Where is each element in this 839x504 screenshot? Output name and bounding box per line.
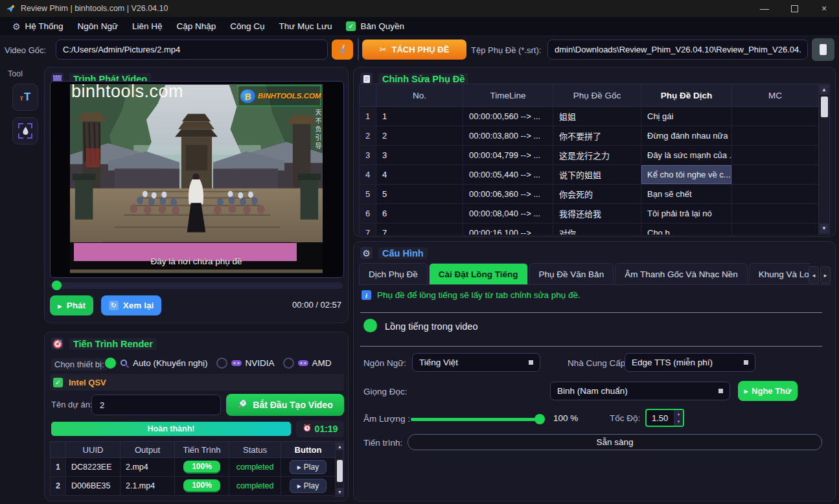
cell-translated[interactable]: Chị gái [641, 107, 732, 126]
intel-qsv-checkbox[interactable]: ✓ [53, 378, 63, 387]
cell-no[interactable]: 5 [376, 185, 463, 203]
scrollbar-thumb[interactable] [821, 97, 828, 117]
speed-spinbox[interactable]: 1.50 ▲ ▼ [645, 409, 684, 427]
tab-scroll-left-icon[interactable]: ◂ [809, 266, 819, 284]
cell-mc[interactable] [732, 204, 819, 223]
cell-translated[interactable]: Đây là sức mạnh của ... [641, 146, 732, 165]
cell-no[interactable]: 7 [376, 223, 463, 235]
cell-source[interactable]: 对你 [553, 223, 641, 235]
tab-am-thanh-goc-va-nhac-nen[interactable]: Âm Thanh Gốc Và Nhạc Nền [615, 263, 748, 284]
cell-timeline[interactable]: 00:00:03,800 --> ... [463, 126, 553, 145]
device-option-amd[interactable]: AMD [283, 358, 332, 369]
scroll-up-icon[interactable]: ▲ [336, 442, 343, 450]
subtitle-row[interactable]: 7700:00:16,100 --> ...对你Cho b... [359, 223, 830, 235]
render-row[interactable]: 1DC8223EE2.mp4100%completed▸Play [50, 458, 344, 477]
maximize-button[interactable] [779, 0, 809, 17]
cell-translated[interactable]: Kể cho tôi nghe về c... [641, 165, 732, 184]
scroll-down-icon[interactable]: ▼ [820, 223, 829, 233]
row-play-button[interactable]: ▸Play [290, 479, 327, 493]
radio-amd[interactable] [283, 358, 294, 369]
cell-mc[interactable] [732, 146, 819, 165]
cell-mc[interactable] [732, 165, 819, 184]
menu-item-lien-he[interactable]: Liên Hệ [125, 17, 170, 36]
spin-up-icon[interactable]: ▲ [674, 410, 683, 418]
seekbar[interactable] [50, 282, 343, 289]
cell-timeline[interactable]: 00:00:04,799 --> ... [463, 146, 553, 165]
seekbar-handle[interactable] [52, 281, 62, 290]
voice-select[interactable]: Binh (Nam chuẩn) [550, 382, 730, 400]
clear-video-button[interactable] [332, 40, 353, 60]
watermark-tool-button[interactable] [12, 117, 38, 144]
subtitle-row[interactable]: 1100:00:00,560 --> ...姐姐Chị gái [359, 107, 830, 126]
subtitle-row[interactable]: 4400:00:05,440 --> ...说下的姐姐Kể cho tôi ng… [359, 165, 830, 185]
render-table-scrollbar[interactable]: ▲ ▼ [335, 441, 344, 497]
provider-select[interactable]: Edge TTS (miễn phí) [625, 353, 755, 372]
radio-nvidia[interactable] [216, 358, 227, 369]
scrollbar-thumb[interactable] [337, 460, 343, 482]
cell-mc[interactable] [732, 185, 819, 203]
radio-auto[interactable] [105, 358, 116, 369]
scroll-up-icon[interactable]: ▲ [820, 85, 829, 95]
cell-source[interactable]: 你不要拼了 [553, 126, 641, 145]
cell-translated[interactable]: Cho b... [641, 223, 732, 235]
intel-qsv-option[interactable]: ✓ Intel QSV [50, 374, 344, 391]
start-render-button[interactable]: Bắt Đầu Tạo Video [226, 394, 344, 416]
menu-item-ban-quyen[interactable]: ✓Bản Quyền [339, 17, 411, 36]
video-viewport[interactable]: Đây là nơi chứa phụ đề binhtools.com B B… [50, 81, 344, 278]
menu-item-cong-cu[interactable]: Công Cụ [223, 17, 271, 36]
voice-preview-button[interactable]: ▸ Nghe Thử [738, 381, 798, 401]
subtitle-row[interactable]: 2200:00:03,800 --> ...你不要拼了Đừng đánh nha… [359, 126, 830, 146]
video-source-input[interactable] [56, 40, 328, 60]
tab-scroll-right-icon[interactable]: ▸ [820, 266, 831, 284]
subtitle-table-scrollbar[interactable]: ▲ ▼ [818, 84, 830, 235]
tab-dich-phu-de[interactable]: Dịch Phụ Đề [359, 263, 428, 284]
cell-no[interactable]: 2 [376, 126, 463, 145]
spin-down-icon[interactable]: ▼ [674, 418, 683, 426]
cell-timeline[interactable]: 00:00:00,560 --> ... [463, 107, 553, 126]
cell-source[interactable]: 这是龙行之力 [553, 146, 641, 165]
cell-no[interactable]: 6 [376, 204, 463, 223]
cell-translated[interactable]: Đừng đánh nhau nữa [641, 126, 732, 145]
cell-no[interactable]: 1 [376, 107, 463, 126]
extract-subtitle-button[interactable]: ✂ TÁCH PHỤ ĐỀ [362, 40, 466, 60]
cell-timeline[interactable]: 00:00:06,360 --> ... [463, 185, 553, 203]
menu-item-he-thong[interactable]: ⚙Hệ Thống [5, 17, 71, 36]
cell-mc[interactable] [732, 223, 819, 235]
cell-timeline[interactable]: 00:00:08,040 --> ... [463, 204, 553, 223]
cell-no[interactable]: 3 [376, 146, 463, 165]
row-play-button[interactable]: ▸Play [290, 460, 327, 474]
logo-watermark[interactable]: B BINHTOOLS.COM [238, 86, 321, 106]
tab-khung-va-logo[interactable]: Khung Và Logo [749, 263, 810, 284]
project-name-input[interactable] [91, 395, 221, 415]
tab-cai-dat-long-tieng[interactable]: Cài Đặt Lồng Tiếng [429, 263, 528, 284]
cell-no[interactable]: 4 [376, 165, 463, 184]
cell-source[interactable]: 我得还给我 [553, 204, 641, 223]
cell-source[interactable]: 说下的姐姐 [553, 165, 641, 184]
subtitle-row[interactable]: 6600:00:08,040 --> ...我得还给我Tôi phải trả … [359, 204, 830, 223]
menu-item-cap-nhap[interactable]: Cập Nhập [169, 17, 223, 36]
cell-source[interactable]: 你会死的 [553, 185, 641, 203]
srt-file-input[interactable] [547, 40, 808, 60]
text-tool-button[interactable]: тT [12, 84, 38, 111]
close-button[interactable]: × [809, 0, 839, 17]
menu-item-thu-muc-luu[interactable]: Thư Mục Lưu [272, 17, 339, 36]
volume-slider-handle[interactable] [534, 414, 545, 424]
open-srt-button[interactable] [812, 38, 834, 61]
play-button[interactable]: ▸ Phát [50, 295, 93, 315]
cell-source[interactable]: 姐姐 [553, 107, 641, 126]
device-option-auto[interactable]: Auto (Khuyến nghị) [105, 358, 208, 369]
replay-button[interactable]: ↻ Xem lại [101, 295, 161, 315]
cell-mc[interactable] [732, 107, 819, 126]
subtitle-row[interactable]: 3300:00:04,799 --> ...这是龙行之力Đây là sức m… [359, 146, 830, 165]
language-select[interactable]: Tiếng Việt [412, 353, 540, 372]
subtitle-row[interactable]: 5500:00:06,360 --> ...你会死的Bạn sẽ chết [359, 185, 830, 204]
device-option-nvidia[interactable]: NVIDIA [216, 358, 275, 369]
scroll-down-icon[interactable]: ▼ [336, 488, 343, 496]
volume-slider[interactable] [411, 418, 544, 421]
cell-timeline[interactable]: 00:00:05,440 --> ... [463, 165, 553, 184]
render-row[interactable]: 2D006BE352.1.mp4100%completed▸Play [50, 477, 344, 496]
cell-translated[interactable]: Tôi phải trả lại nó [641, 204, 732, 223]
dub-in-video-checkbox[interactable] [363, 319, 377, 332]
tab-phu-de-van-ban[interactable]: Phụ Đề Văn Bản [529, 263, 614, 284]
minimize-button[interactable]: — [750, 0, 779, 17]
